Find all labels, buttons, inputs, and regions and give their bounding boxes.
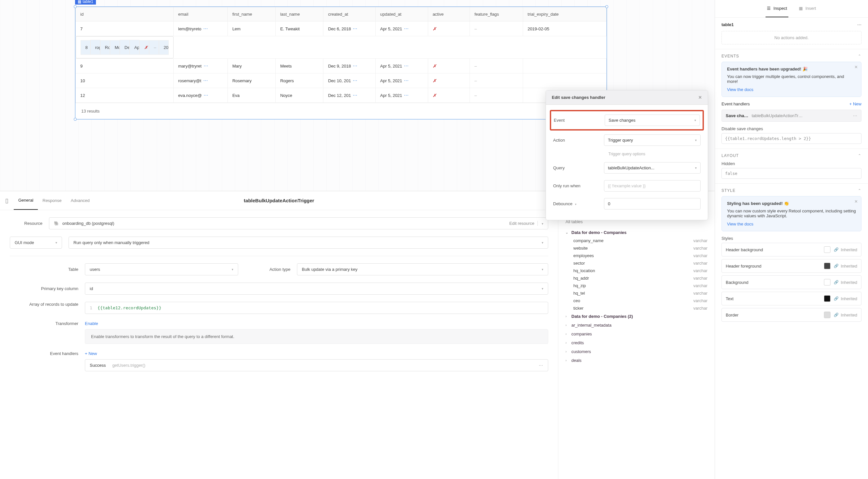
- table-component[interactable]: ▦ table1 id email first_name last_name c…: [75, 6, 607, 120]
- schema-field[interactable]: hq_zipvarchar: [565, 282, 708, 289]
- table-cell[interactable]: Dec 10, 201⋯: [323, 73, 376, 88]
- table-cell[interactable]: Dec 6, 2018⋯: [323, 22, 376, 36]
- table-row[interactable]: 12eva.noyce@⋯EvaNoyceDec 12, 201⋯Apr 5, …: [76, 88, 607, 103]
- style-input[interactable]: Header foreground🔗Inherited: [721, 259, 862, 273]
- cell-menu-icon[interactable]: ⋯: [353, 26, 358, 31]
- event-select[interactable]: Save changes ▾: [604, 115, 700, 126]
- hidden-input[interactable]: false: [721, 168, 862, 179]
- schema-field[interactable]: ceovarchar: [565, 297, 708, 305]
- event-handler-item[interactable]: Success getUsers.trigger() ⋯: [85, 359, 548, 371]
- table-cell[interactable]: Dec 9, 2018⋯: [323, 59, 376, 73]
- schema-field[interactable]: hq_locationvarchar: [565, 267, 708, 275]
- table-cell[interactable]: Apr 5, 2021⋯: [376, 73, 428, 88]
- cell-menu-icon[interactable]: ⋯: [203, 78, 208, 83]
- edit-resource-button[interactable]: Edit resource: [509, 221, 538, 226]
- table-cell[interactable]: E. Tweakit: [275, 22, 323, 36]
- collapse-icon[interactable]: ⌃: [858, 153, 862, 158]
- table-cell[interactable]: 12: [76, 88, 174, 103]
- resize-handle-nw[interactable]: [74, 5, 77, 8]
- table-cell[interactable]: ✗: [140, 40, 149, 55]
- table-cell[interactable]: 8: [81, 40, 90, 55]
- schema-field[interactable]: sectorvarchar: [565, 259, 708, 267]
- table-row[interactable]: 7lem@tryreto⋯LemE. TweakitDec 6, 2018⋯Ap…: [76, 22, 607, 36]
- more-icon[interactable]: ⋯: [539, 363, 543, 368]
- table-cell[interactable]: Apr 5, 2021⋯: [376, 88, 428, 103]
- panel-toggle-icon[interactable]: ▯: [0, 197, 14, 204]
- add-event-handler[interactable]: + New: [849, 101, 862, 106]
- table-cell[interactable]: ✗: [428, 22, 470, 36]
- close-icon[interactable]: ✕: [698, 95, 702, 100]
- style-input[interactable]: Text🔗Inherited: [721, 292, 862, 306]
- resize-handle-ne[interactable]: [605, 5, 608, 8]
- tab-inspect[interactable]: ☰ Inspect: [766, 0, 788, 17]
- pk-select[interactable]: id ▾: [85, 283, 548, 295]
- companies-group[interactable]: ⌄ Data for demo - Companies: [565, 228, 708, 237]
- table-cell[interactable]: Noyce: [275, 88, 323, 103]
- col-updated-at[interactable]: updated_at: [376, 7, 428, 22]
- query-select[interactable]: tableBulkUpdateAction... ▾: [604, 162, 701, 173]
- table-cell[interactable]: [523, 59, 606, 73]
- table-cell[interactable]: 2019-02-05: [523, 22, 606, 36]
- col-feature-flags[interactable]: feature_flags: [470, 7, 523, 22]
- collapse-icon[interactable]: ⌃: [858, 188, 862, 193]
- close-icon[interactable]: ✕: [854, 199, 858, 204]
- table-row[interactable]: 10rosemary@t⋯RosemaryRogersDec 10, 201⋯A…: [76, 73, 607, 88]
- style-input[interactable]: Background🔗Inherited: [721, 276, 862, 289]
- table-cell[interactable]: Meets: [275, 59, 323, 73]
- table-cell[interactable]: –: [470, 59, 523, 73]
- table-cell[interactable]: 2019-03-20: [159, 40, 169, 55]
- records-code-input[interactable]: 1 {{table12.recordUpdates}}: [85, 302, 548, 314]
- cell-menu-icon[interactable]: ⋯: [353, 93, 358, 98]
- table-cell[interactable]: Dec 7, 2018⋯: [120, 40, 129, 55]
- table-cell[interactable]: –: [470, 73, 523, 88]
- cell-menu-icon[interactable]: ⋯: [204, 93, 209, 98]
- schema-field[interactable]: employeesvarchar: [565, 252, 708, 259]
- table-cell[interactable]: Apr 5, 2021⋯: [129, 40, 140, 55]
- table-row[interactable]: 9mary@tryret⋯MaryMeetsDec 9, 2018⋯Apr 5,…: [76, 59, 607, 73]
- table-cell[interactable]: Apr 5, 2021⋯: [376, 59, 428, 73]
- table-cell[interactable]: Moore: [110, 40, 120, 55]
- table-cell[interactable]: ✗: [428, 73, 470, 88]
- col-active[interactable]: active: [428, 7, 470, 22]
- table-cell[interactable]: Mary: [227, 59, 275, 73]
- table-cell[interactable]: ✗: [428, 88, 470, 103]
- schema-table[interactable]: ›credits: [565, 339, 708, 347]
- action-type-select[interactable]: Bulk update via a primary key ▾: [297, 263, 548, 276]
- table-row[interactable]: 8roger@tryret⋯RogerMooreDec 7, 2018⋯Apr …: [76, 36, 174, 58]
- cell-menu-icon[interactable]: ⋯: [353, 63, 358, 68]
- cell-menu-icon[interactable]: ⋯: [404, 93, 409, 98]
- col-created-at[interactable]: created_at: [323, 7, 376, 22]
- table-cell[interactable]: –: [470, 22, 523, 36]
- schema-table[interactable]: ›deals: [565, 356, 708, 365]
- table-cell[interactable]: eva.noyce@⋯: [174, 88, 228, 103]
- transformer-enable-link[interactable]: Enable: [85, 321, 98, 326]
- gui-mode-select[interactable]: GUI mode ▾: [10, 236, 62, 249]
- table-cell[interactable]: Roger: [100, 40, 110, 55]
- table-cell[interactable]: mary@tryret⋯: [174, 59, 228, 73]
- schema-table[interactable]: ›ar_internal_metadata: [565, 321, 708, 329]
- resize-handle-sw[interactable]: [74, 118, 77, 121]
- style-input[interactable]: Header background🔗Inherited: [721, 243, 862, 256]
- cell-menu-icon[interactable]: ⋯: [353, 78, 358, 83]
- col-email[interactable]: email: [174, 7, 228, 22]
- run-trigger-select[interactable]: Run query only when manually triggered ▾: [68, 236, 548, 249]
- schema-field[interactable]: company_namevarchar: [565, 237, 708, 245]
- schema-field[interactable]: tickervarchar: [565, 305, 708, 312]
- tab-advanced[interactable]: Advanced: [66, 191, 94, 210]
- more-icon[interactable]: ⋯: [853, 113, 857, 118]
- table-cell[interactable]: Lem: [227, 22, 275, 36]
- tab-insert[interactable]: ▦ Insert: [798, 0, 817, 17]
- table-cell[interactable]: Dec 12, 201⋯: [323, 88, 376, 103]
- col-first-name[interactable]: first_name: [227, 7, 275, 22]
- resource-select[interactable]: 🐘 onboarding_db (postgresql) Edit resour…: [49, 217, 548, 229]
- cell-menu-icon[interactable]: ⋯: [203, 26, 208, 31]
- debounce-input[interactable]: 0: [604, 198, 701, 210]
- table-cell[interactable]: 7: [76, 22, 174, 36]
- schema-table[interactable]: ›companies: [565, 329, 708, 339]
- table-cell[interactable]: 10: [76, 73, 174, 88]
- schema-table[interactable]: ›customers: [565, 347, 708, 356]
- table-cell[interactable]: –: [470, 88, 523, 103]
- tab-response[interactable]: Response: [38, 191, 66, 210]
- view-docs-link[interactable]: View the docs: [727, 87, 856, 92]
- table-cell[interactable]: Apr 5, 2021⋯: [376, 22, 428, 36]
